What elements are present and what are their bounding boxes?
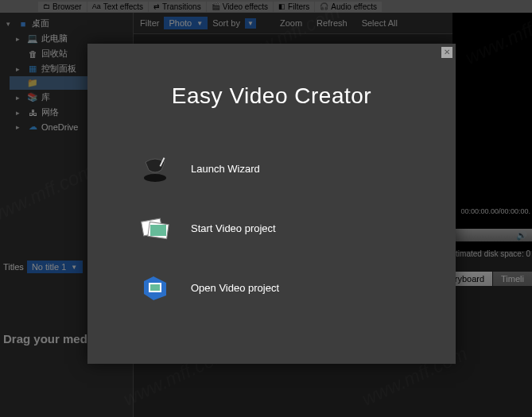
easy-video-creator-dialog: ✕ Easy Video Creator Launch Wizard Start…	[87, 44, 456, 364]
start-project-item[interactable]: Start Video project	[139, 212, 456, 244]
close-button[interactable]: ✕	[441, 47, 452, 58]
open-project-icon	[139, 272, 171, 303]
launch-wizard-label: Launch Wizard	[191, 163, 260, 175]
open-project-item[interactable]: Open Video project	[139, 272, 456, 303]
svg-rect-4	[150, 225, 166, 236]
wizard-icon	[139, 153, 171, 184]
start-project-icon	[139, 212, 171, 244]
launch-wizard-item[interactable]: Launch Wizard	[139, 153, 456, 184]
svg-rect-6	[150, 284, 160, 291]
svg-point-0	[144, 174, 166, 182]
open-project-label: Open Video project	[191, 282, 279, 294]
dialog-title: Easy Video Creator	[87, 83, 456, 109]
start-project-label: Start Video project	[191, 222, 276, 234]
